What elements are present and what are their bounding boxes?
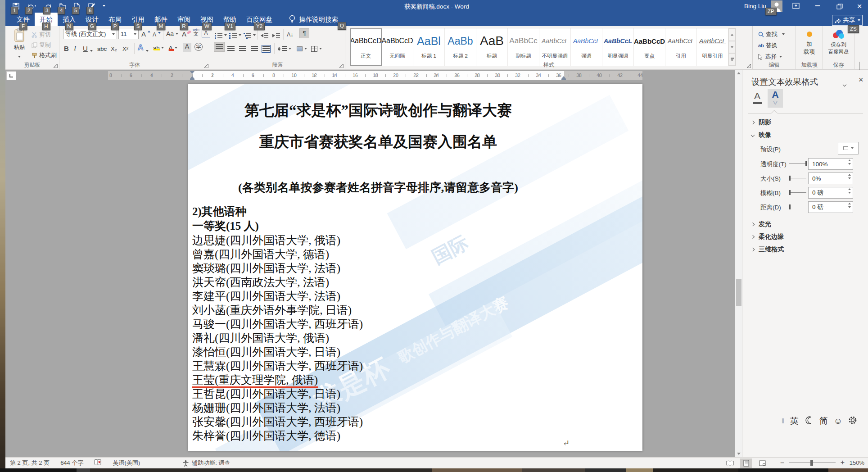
copy-button[interactable]: 复制 bbox=[32, 40, 51, 50]
align-right-button[interactable] bbox=[239, 44, 246, 54]
decrease-indent-button[interactable] bbox=[261, 30, 268, 40]
tab-selector-button[interactable] bbox=[6, 71, 16, 80]
ime-simplified-mode[interactable]: 简 bbox=[819, 415, 828, 427]
spin-up[interactable] bbox=[848, 159, 851, 161]
highlight-button[interactable]: ab bbox=[153, 43, 164, 53]
tab-mailings[interactable]: 邮件M bbox=[149, 13, 172, 26]
borders-button[interactable] bbox=[311, 44, 322, 54]
scrollbar-thumb[interactable] bbox=[736, 279, 741, 306]
bold-button[interactable]: B bbox=[64, 43, 69, 53]
style-subtle-emphasis[interactable]: AaBbCcL不明显强调 bbox=[539, 28, 571, 66]
superscript-button[interactable]: X² bbox=[122, 44, 128, 54]
print-layout-button[interactable] bbox=[740, 458, 752, 468]
spin-down[interactable] bbox=[848, 206, 851, 208]
font-dialog-launcher[interactable] bbox=[204, 64, 208, 68]
size-slider[interactable] bbox=[789, 178, 806, 178]
spin-down[interactable] bbox=[848, 177, 851, 179]
reflection-preset-dropdown[interactable] bbox=[838, 142, 859, 154]
addins-button[interactable]: 加载项 bbox=[796, 32, 823, 56]
scroll-up-arrow[interactable] bbox=[737, 72, 741, 74]
pinyin-guide-button[interactable]: wén 文 bbox=[193, 28, 199, 36]
horizontal-ruler[interactable]: 8 6 4 2 2 4 6 8 10 12 14 16 18 20 22 24 … bbox=[108, 71, 642, 80]
align-left-button[interactable] bbox=[214, 42, 225, 52]
close-window-button[interactable]: × bbox=[854, 1, 864, 11]
numbering-button[interactable] bbox=[229, 30, 241, 40]
style-subtitle[interactable]: AaBbCc副标题 bbox=[508, 28, 539, 66]
tab-help[interactable]: 帮助Y1 bbox=[218, 13, 241, 26]
find-button[interactable]: 查找 bbox=[758, 29, 785, 39]
undo-button[interactable]: 2 bbox=[27, 2, 38, 9]
scroll-down-arrow[interactable] bbox=[737, 453, 741, 455]
tab-references[interactable]: 引用S bbox=[127, 13, 149, 26]
save-button[interactable]: 1 bbox=[13, 2, 20, 9]
tab-review[interactable]: 审阅R bbox=[172, 13, 195, 26]
web-layout-button[interactable] bbox=[756, 458, 768, 468]
zoom-in-button[interactable]: + bbox=[841, 458, 845, 467]
draw-button[interactable]: 6 bbox=[88, 2, 95, 9]
zoom-percentage[interactable]: 150% bbox=[850, 459, 864, 466]
multilevel-list-button[interactable] bbox=[244, 30, 256, 40]
align-center-button[interactable] bbox=[227, 44, 235, 54]
style-emphasis[interactable]: AaBbCcL强调 bbox=[571, 28, 602, 66]
tab-file[interactable]: 文件F bbox=[12, 13, 35, 26]
ime-halfwidth-moon-icon[interactable] bbox=[805, 416, 814, 427]
vertical-scrollbar[interactable] bbox=[735, 70, 742, 457]
new-document-button[interactable]: 5 bbox=[74, 2, 81, 9]
share-button[interactable]: 共享 ZS bbox=[832, 15, 863, 26]
style-normal[interactable]: AaBbCcD正文 bbox=[350, 28, 382, 66]
cut-button[interactable]: 剪切 bbox=[32, 30, 51, 40]
pane-tab-text-fill-icon[interactable]: A bbox=[751, 91, 763, 107]
grow-font-button[interactable]: A bbox=[141, 29, 150, 39]
tab-home[interactable]: 开始H bbox=[35, 13, 58, 26]
style-intense-emphasis[interactable]: AaBbCcL明显强调 bbox=[602, 28, 634, 66]
style-no-spacing[interactable]: AaBbCcD无间隔 bbox=[382, 28, 413, 66]
style-strong[interactable]: AaBbCcD要点 bbox=[634, 28, 665, 66]
spin-down[interactable] bbox=[848, 192, 851, 194]
word-count[interactable]: 644 个字 bbox=[60, 459, 83, 467]
pane-section-3d-format[interactable]: 三维格式 bbox=[751, 245, 784, 254]
font-size-combobox[interactable]: 11 bbox=[118, 29, 139, 39]
spin-up[interactable] bbox=[848, 203, 851, 204]
font-name-combobox[interactable]: 等线 (西文正文) bbox=[63, 29, 117, 39]
tab-baidu-netdisk[interactable]: 百度网盘Y2 bbox=[241, 13, 277, 26]
spin-down[interactable] bbox=[848, 163, 851, 165]
avatar[interactable]: ZP bbox=[771, 0, 782, 12]
subscript-button[interactable]: X₂ bbox=[111, 44, 117, 54]
change-case-button[interactable]: Aa bbox=[166, 29, 178, 39]
tell-me-search[interactable]: 操作说明搜索 Q bbox=[289, 13, 338, 26]
paragraph-dialog-launcher[interactable] bbox=[339, 64, 344, 68]
accessibility-status[interactable]: 辅助功能: 调查 bbox=[182, 459, 230, 467]
transparency-slider[interactable] bbox=[789, 163, 806, 164]
select-button[interactable]: 选择 bbox=[758, 52, 782, 62]
shrink-font-button[interactable]: A bbox=[153, 30, 161, 40]
document-page[interactable]: 求是杯 歌创作与翻译大赛 国际 第七届“求是杯”国际诗歌创作与翻译大赛 重庆市省… bbox=[188, 84, 642, 451]
replace-button[interactable]: ab 替换 bbox=[758, 41, 778, 50]
character-shading-button[interactable]: A bbox=[183, 43, 191, 52]
shading-button[interactable] bbox=[297, 44, 307, 54]
pane-close-button[interactable]: × bbox=[859, 75, 863, 85]
right-indent-box[interactable] bbox=[561, 79, 566, 80]
left-indent-marker[interactable] bbox=[190, 79, 194, 80]
show-marks-button[interactable]: ¶ bbox=[299, 28, 309, 38]
language-indicator[interactable]: 英语(美国) bbox=[113, 459, 140, 467]
styles-scroll-down[interactable] bbox=[728, 41, 736, 54]
ime-emoji-button[interactable]: ☺ bbox=[834, 416, 842, 426]
distance-slider[interactable] bbox=[789, 207, 806, 207]
ime-language-mode[interactable]: 英 bbox=[790, 415, 799, 427]
pane-section-shadow[interactable]: 阴影 bbox=[751, 118, 771, 127]
justify-button[interactable] bbox=[251, 44, 258, 54]
pane-section-soft-edges[interactable]: 柔化边缘 bbox=[751, 233, 784, 241]
blur-slider[interactable] bbox=[789, 192, 806, 193]
proofing-icon[interactable] bbox=[94, 459, 102, 467]
blur-value[interactable]: 0 磅 bbox=[808, 187, 853, 199]
italic-button[interactable]: I bbox=[74, 43, 76, 53]
underline-dropdown[interactable] bbox=[90, 46, 93, 56]
size-value[interactable]: 0% bbox=[808, 172, 853, 184]
pane-tab-text-effects-icon[interactable]: A A bbox=[768, 89, 783, 108]
tab-view[interactable]: 视图W bbox=[195, 13, 218, 26]
clipboard-dialog-launcher[interactable] bbox=[54, 64, 58, 68]
zoom-out-button[interactable]: − bbox=[780, 459, 784, 467]
line-spacing-button[interactable] bbox=[278, 44, 291, 54]
sort-button[interactable]: A↓ bbox=[287, 30, 294, 40]
first-line-indent-marker[interactable] bbox=[190, 71, 194, 74]
